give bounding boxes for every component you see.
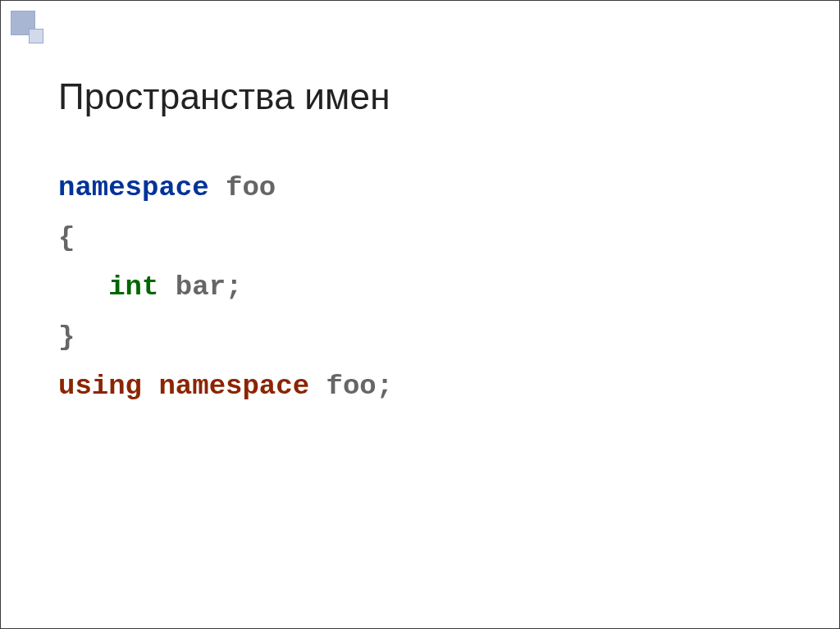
slide: Пространства имен namespace foo { int ba… [0, 0, 840, 629]
keyword-using: using [58, 371, 142, 402]
keyword-namespace-2: namespace [158, 371, 309, 402]
code-line-2: { [58, 213, 393, 263]
identifier-foo: foo [226, 172, 276, 203]
corner-decoration [11, 11, 48, 48]
decoration-square-small [29, 29, 43, 43]
slide-title: Пространства имен [58, 76, 390, 117]
code-line-1: namespace foo [58, 163, 393, 213]
identifier-foo-2: foo [326, 371, 376, 402]
code-line-7: using namespace foo; [58, 362, 393, 412]
keyword-namespace: namespace [58, 172, 209, 203]
identifier-bar: bar [176, 271, 226, 303]
keyword-int: int [108, 271, 158, 303]
code-line-4: } [58, 312, 393, 362]
code-block: namespace foo { int bar; } using namespa… [58, 163, 393, 412]
code-line-3: int bar; [58, 262, 393, 312]
